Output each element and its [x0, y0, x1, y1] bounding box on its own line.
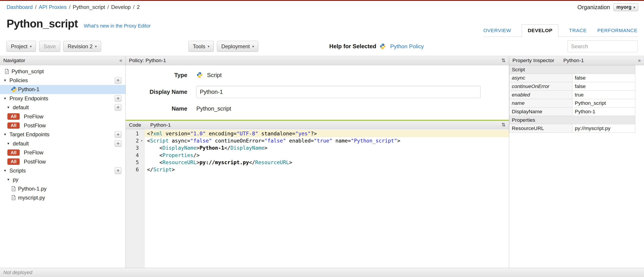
nav-item-file-myscript-py[interactable]: myscript.py [0, 193, 126, 202]
code-line-content: <Script async="false" continueOnError="f… [145, 137, 509, 144]
add-button[interactable]: + [115, 95, 121, 102]
policy-detail-panel: Policy: Python-1 ⇅ Type Script Display N… [126, 56, 509, 268]
line-number: 6 [126, 166, 139, 173]
nav-item-target-default[interactable]: ▾default+ [0, 139, 126, 148]
nav-item-python-script-root[interactable]: Python_script [0, 67, 126, 76]
type-row: Type Script [126, 72, 509, 78]
expand-panel-icon[interactable]: » [638, 58, 641, 63]
whats-new-link[interactable]: What's new in the Proxy Editor [84, 23, 151, 28]
caret-down-icon: ▾ [95, 44, 96, 48]
caret-down-icon[interactable]: ▾ [4, 78, 10, 83]
save-button[interactable]: Save [39, 41, 60, 52]
collapse-panel-icon[interactable]: ⇅ [502, 58, 506, 63]
nav-item-proxy-default[interactable]: ▾default+ [0, 103, 126, 112]
property-name: enabled [509, 90, 572, 99]
deployment-button-label: Deployment [222, 43, 250, 50]
toolbar: Project ▾ Save Revision 2 ▾ Tools ▾ Depl… [0, 37, 644, 56]
nav-item-target-preflow[interactable]: AllPreFlow [0, 148, 126, 157]
search-input[interactable] [568, 40, 637, 52]
code-token-p: < [147, 145, 162, 151]
nav-item-proxy-endpoints[interactable]: ▾Proxy Endpoints+ [0, 94, 126, 103]
property-value[interactable]: false [572, 82, 635, 91]
property-value[interactable]: false [572, 74, 635, 82]
nav-item-scripts-py[interactable]: ▾py [0, 175, 126, 184]
tools-button-label: Tools [193, 43, 205, 50]
nav-item-policy-python-1[interactable]: Python-1 [0, 85, 126, 94]
caret-down-icon[interactable]: ▾ [4, 96, 10, 101]
property-name: async [509, 74, 572, 82]
property-row-resourceurl: ResourceURLpy://myscript.py [509, 124, 635, 133]
organization-label: Organization [577, 4, 610, 10]
nav-item-label: Target Endpoints [10, 131, 50, 138]
code-line-content: </Script> [145, 166, 509, 173]
code-line-6[interactable]: 6</Script> [126, 166, 509, 173]
caret-down-icon: ▾ [30, 44, 32, 48]
caret-down-icon[interactable]: ▾ [8, 105, 13, 110]
display-name-input[interactable] [196, 86, 480, 98]
code-token-p: > [264, 145, 268, 151]
nav-item-scripts[interactable]: ▾Scripts+ [0, 166, 126, 175]
add-button[interactable]: + [115, 77, 121, 83]
nav-item-label: Python-1 [18, 86, 40, 92]
revision-button[interactable]: Revision 2 ▾ [63, 41, 101, 52]
help-for-selected: Help for Selected Python Policy [330, 43, 424, 50]
code-token-tag: DisplayName [230, 145, 264, 151]
code-token-p: encoding= [206, 131, 236, 136]
nav-item-label: Policies [10, 77, 28, 83]
nav-item-proxy-preflow[interactable]: AllPreFlow [0, 112, 126, 121]
property-value[interactable]: Python-1 [572, 107, 635, 116]
tab-overview[interactable]: OVERVIEW [483, 24, 511, 37]
name-value: Python_script [196, 105, 231, 112]
python-policy-link[interactable]: Python Policy [390, 43, 424, 50]
navigator-header: Navigator « [0, 56, 126, 65]
tab-trace[interactable]: TRACE [569, 24, 586, 37]
code-token-val: "true" [314, 138, 332, 144]
code-line-3[interactable]: 3 <DisplayName>Python-1</DisplayName> [126, 144, 509, 151]
property-name: ResourceURL [509, 124, 572, 133]
caret-down-icon[interactable]: ▾ [8, 141, 13, 146]
fold-icon[interactable]: ▾ [139, 137, 145, 144]
property-table: ScriptasyncfalsecontinueOnErrorfalseenab… [509, 65, 635, 133]
breadcrumb-item-api-proxies[interactable]: API Proxies [39, 4, 67, 10]
caret-down-icon[interactable]: ▾ [8, 177, 13, 182]
tab-performance[interactable]: PERFORMANCE [597, 24, 637, 37]
fold-gutter [139, 166, 145, 173]
add-button[interactable]: + [115, 131, 121, 138]
nav-item-target-endpoints[interactable]: ▾Target Endpoints+ [0, 130, 126, 139]
nav-item-proxy-postflow[interactable]: AllPostFlow [0, 121, 126, 130]
fold-gutter [139, 159, 145, 166]
tools-button[interactable]: Tools ▾ [188, 41, 214, 52]
caret-down-icon[interactable]: ▾ [4, 168, 10, 173]
code-line-4[interactable]: 4 <Properties/> [126, 152, 509, 159]
project-button[interactable]: Project ▾ [6, 41, 36, 52]
revision-button-label: Revision 2 [68, 43, 92, 50]
line-number: 3 [126, 144, 139, 151]
code-token-p: > [289, 160, 292, 165]
code-token-p: enabled= [286, 138, 314, 144]
deployment-button[interactable]: Deployment ▾ [217, 41, 258, 52]
breadcrumb-item-dashboard[interactable]: Dashboard [6, 4, 33, 10]
property-value[interactable]: py://myscript.py [572, 124, 635, 133]
nav-item-file-python-1-py[interactable]: Python-1.py [0, 184, 126, 193]
caret-down-icon: ▾ [208, 44, 209, 48]
add-button[interactable]: + [115, 167, 121, 174]
organization-select[interactable]: myorg ▾ [613, 3, 638, 11]
nav-item-policies[interactable]: ▾Policies+ [0, 76, 126, 85]
add-button[interactable]: + [115, 104, 121, 111]
code-editor[interactable]: 1<?xml version="1.0" encoding="UTF-8" st… [126, 129, 509, 268]
code-line-1[interactable]: 1<?xml version="1.0" encoding="UTF-8" st… [126, 130, 509, 137]
collapse-panel-icon[interactable]: ⇅ [502, 122, 506, 128]
breadcrumb-separator: / [131, 4, 137, 10]
nav-item-target-postflow[interactable]: AllPostFlow [0, 157, 126, 166]
caret-down-icon[interactable]: ▾ [4, 132, 10, 137]
code-line-5[interactable]: 5 <ResourceURL>py://myscript.py</Resourc… [126, 159, 509, 166]
code-line-2[interactable]: 2▾<Script async="false" continueOnError=… [126, 137, 509, 144]
property-value[interactable]: Python_script [572, 99, 635, 107]
code-token-tag: ResourceURL [255, 160, 289, 165]
property-value[interactable]: true [572, 90, 635, 99]
property-inspector-title: Property Inspector [512, 57, 554, 63]
tab-develop[interactable]: DEVELOP [522, 24, 558, 37]
collapse-panel-icon[interactable]: « [120, 58, 122, 63]
add-button[interactable]: + [115, 140, 121, 147]
code-header-subtitle: Python-1 [150, 122, 171, 128]
